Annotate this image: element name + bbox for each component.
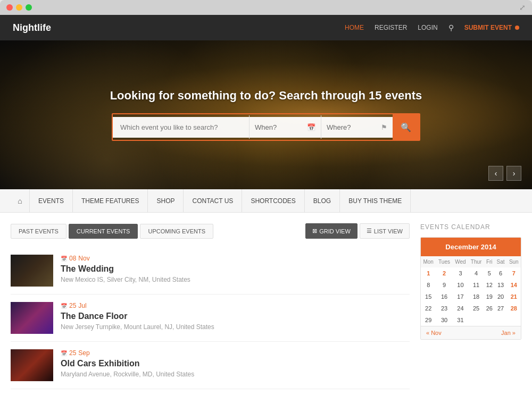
nav-login[interactable]: LOGIN <box>418 24 437 31</box>
cal-date[interactable]: 16 <box>436 291 452 302</box>
nav-register[interactable]: REGISTER <box>375 24 407 31</box>
cal-date[interactable]: 21 <box>507 291 521 302</box>
events-calendar: December 2014 Mon Tues Wed Thur Fri Sat … <box>420 237 521 340</box>
event-day: 25 <box>69 349 76 357</box>
cal-date[interactable]: 29 <box>421 314 436 326</box>
cal-date[interactable]: 31 <box>453 314 469 326</box>
brand-logo: Nightlife <box>13 22 51 33</box>
when-label: When? <box>255 123 277 131</box>
secondary-nav: ⌂ EVENTS THEME FEATURES SHOP CONTACT US … <box>0 189 532 213</box>
event-month: Nov <box>78 255 89 262</box>
calendar-header: December 2014 <box>421 238 521 256</box>
search-input[interactable] <box>113 117 249 138</box>
expand-icon: ⤢ <box>519 3 526 12</box>
tab-current-events[interactable]: CURRENT EVENTS <box>69 224 138 239</box>
cal-next-link[interactable]: Jan » <box>501 330 516 336</box>
event-info: 📅 25 Sep Old Cars Exhibition Maryland Av… <box>61 349 410 378</box>
nav-shop[interactable]: SHOP <box>148 189 184 213</box>
nav-search-icon[interactable]: ⚲ <box>448 23 454 32</box>
cal-date[interactable]: 10 <box>453 279 469 291</box>
cal-date[interactable]: 8 <box>421 279 436 291</box>
hero-content: Looking for something to do? Search thro… <box>0 89 532 141</box>
cal-date[interactable]: 24 <box>453 302 469 314</box>
event-location: New Jersey Turnpike, Mount Laurel, NJ, U… <box>61 323 410 331</box>
where-label: Where? <box>327 123 351 131</box>
event-month: Sep <box>78 349 89 357</box>
btn-grid-view[interactable]: ⊠ GRID VIEW <box>305 223 358 239</box>
calendar-small-icon: 📅 <box>61 303 67 309</box>
event-name[interactable]: Old Cars Exhibition <box>61 359 410 368</box>
event-name[interactable]: The Dance Floor <box>61 312 410 321</box>
events-list: PAST EVENTS CURRENT EVENTS UPCOMING EVEN… <box>11 223 410 389</box>
cal-date[interactable]: 26 <box>484 302 495 314</box>
event-month: Jul <box>78 302 86 309</box>
slider-arrows: ‹ › <box>488 166 521 181</box>
cal-date[interactable]: 15 <box>421 291 436 302</box>
cal-date[interactable]: 9 <box>436 279 452 291</box>
grid-view-label: GRID VIEW <box>319 228 351 234</box>
event-thumbnail-wedding[interactable] <box>11 255 53 287</box>
cal-date[interactable]: 30 <box>436 314 452 326</box>
maximize-dot[interactable] <box>26 4 32 11</box>
search-where[interactable]: Where? ⚑ <box>321 117 393 138</box>
slider-next-arrow[interactable]: › <box>506 166 521 181</box>
grid-icon: ⊠ <box>312 228 317 234</box>
close-dot[interactable] <box>6 4 13 11</box>
calendar-icon: 📅 <box>307 123 315 131</box>
calendar-small-icon: 📅 <box>61 350 67 356</box>
cal-date[interactable]: 17 <box>453 291 469 302</box>
cal-date[interactable]: 23 <box>436 302 452 314</box>
top-nav: Nightlife HOME REGISTER LOGIN ⚲ SUBMIT E… <box>0 15 532 40</box>
cal-date[interactable]: 13 <box>495 279 507 291</box>
event-thumbnail-cars[interactable] <box>11 349 53 381</box>
search-when[interactable]: When? 📅 <box>250 117 321 138</box>
cal-date[interactable]: 18 <box>468 291 484 302</box>
cal-date[interactable]: 2 <box>436 267 452 279</box>
cal-date <box>495 314 507 326</box>
nav-theme-features[interactable]: THEME FEATURES <box>73 189 148 213</box>
hero-section: Looking for something to do? Search thro… <box>0 40 532 189</box>
event-thumbnail-dance[interactable] <box>11 302 53 334</box>
slider-prev-arrow[interactable]: ‹ <box>488 166 503 181</box>
tab-upcoming-events[interactable]: UPCOMING EVENTS <box>140 224 213 239</box>
sidebar: EVENTS CALENDAR December 2014 Mon Tues W… <box>420 223 521 389</box>
filter-tabs: PAST EVENTS CURRENT EVENTS UPCOMING EVEN… <box>11 223 410 239</box>
cal-date[interactable]: 27 <box>495 302 507 314</box>
event-date: 📅 25 Sep <box>61 349 410 357</box>
cal-date[interactable]: 5 <box>484 267 495 279</box>
browser-container: Nightlife HOME REGISTER LOGIN ⚲ SUBMIT E… <box>0 15 532 395</box>
search-bar: When? 📅 Where? ⚑ 🔍 <box>112 113 420 141</box>
nav-buy-theme[interactable]: BUY THIS THEME <box>340 189 411 213</box>
location-icon: ⚑ <box>381 123 387 131</box>
nav-shortcodes[interactable]: SHORTCODES <box>242 189 304 213</box>
nav-events[interactable]: EVENTS <box>30 189 73 213</box>
cal-date[interactable]: 7 <box>507 267 521 279</box>
submit-event-button[interactable]: SUBMIT EVENT <box>464 24 519 31</box>
nav-contact-us[interactable]: CONTACT US <box>184 189 242 213</box>
tab-past-events[interactable]: PAST EVENTS <box>11 224 66 239</box>
event-item: 📅 08 Nov The Wedding New Mexico IS, Silv… <box>11 247 410 295</box>
cal-date[interactable]: 1 <box>421 267 436 279</box>
cal-date[interactable]: 12 <box>484 279 495 291</box>
cal-date[interactable]: 20 <box>495 291 507 302</box>
sidebar-calendar-title: EVENTS CALENDAR <box>420 223 521 231</box>
cal-date[interactable]: 22 <box>421 302 436 314</box>
cal-date <box>507 314 521 326</box>
cal-date[interactable]: 25 <box>468 302 484 314</box>
btn-list-view[interactable]: ☰ LIST VIEW <box>360 223 410 239</box>
cal-date[interactable]: 14 <box>507 279 521 291</box>
cal-date[interactable]: 4 <box>468 267 484 279</box>
search-button[interactable]: 🔍 <box>393 114 419 140</box>
cal-date[interactable]: 19 <box>484 291 495 302</box>
cal-date[interactable]: 3 <box>453 267 469 279</box>
event-name[interactable]: The Wedding <box>61 264 410 274</box>
cal-prev-link[interactable]: « Nov <box>426 330 442 336</box>
hero-title: Looking for something to do? Search thro… <box>21 89 511 103</box>
nav-home[interactable]: HOME <box>345 24 364 31</box>
cal-date[interactable]: 28 <box>507 302 521 314</box>
cal-date[interactable]: 6 <box>495 267 507 279</box>
minimize-dot[interactable] <box>16 4 22 11</box>
cal-date[interactable]: 11 <box>468 279 484 291</box>
nav-home-icon[interactable]: ⌂ <box>11 189 30 213</box>
nav-blog[interactable]: BLOG <box>305 189 340 213</box>
